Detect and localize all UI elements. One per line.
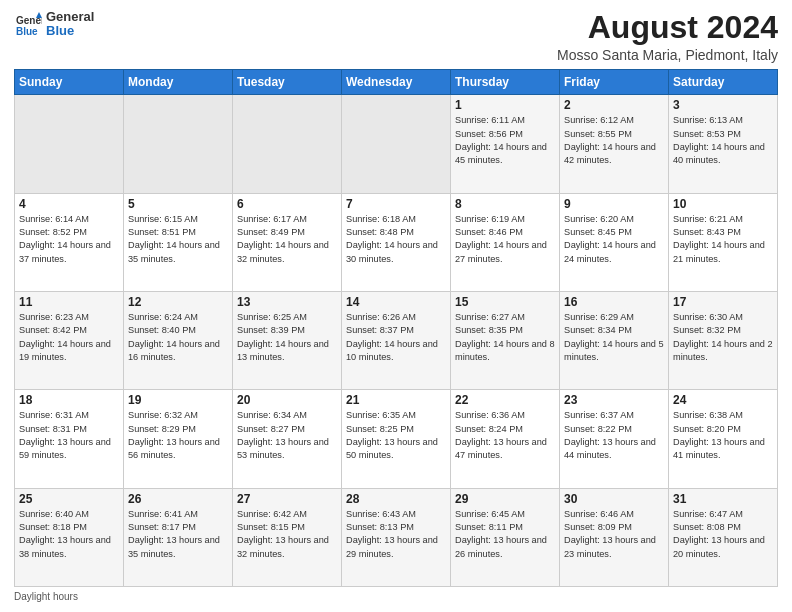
footer: Daylight hours	[14, 591, 778, 602]
day-number: 13	[237, 295, 337, 309]
weekday-header-monday: Monday	[124, 70, 233, 95]
location: Mosso Santa Maria, Piedmont, Italy	[557, 47, 778, 63]
calendar-cell: 22Sunrise: 6:36 AMSunset: 8:24 PMDayligh…	[451, 390, 560, 488]
calendar-cell: 27Sunrise: 6:42 AMSunset: 8:15 PMDayligh…	[233, 488, 342, 586]
day-info: Sunrise: 6:25 AMSunset: 8:39 PMDaylight:…	[237, 311, 337, 364]
day-info: Sunrise: 6:17 AMSunset: 8:49 PMDaylight:…	[237, 213, 337, 266]
weekday-header-tuesday: Tuesday	[233, 70, 342, 95]
day-number: 4	[19, 197, 119, 211]
day-number: 12	[128, 295, 228, 309]
day-number: 28	[346, 492, 446, 506]
calendar-table: SundayMondayTuesdayWednesdayThursdayFrid…	[14, 69, 778, 587]
month-year: August 2024	[557, 10, 778, 45]
day-number: 2	[564, 98, 664, 112]
logo-blue-text: Blue	[46, 24, 94, 38]
day-number: 30	[564, 492, 664, 506]
day-number: 19	[128, 393, 228, 407]
day-number: 27	[237, 492, 337, 506]
calendar-cell: 10Sunrise: 6:21 AMSunset: 8:43 PMDayligh…	[669, 193, 778, 291]
day-info: Sunrise: 6:11 AMSunset: 8:56 PMDaylight:…	[455, 114, 555, 167]
calendar-cell: 16Sunrise: 6:29 AMSunset: 8:34 PMDayligh…	[560, 291, 669, 389]
day-info: Sunrise: 6:27 AMSunset: 8:35 PMDaylight:…	[455, 311, 555, 364]
logo: General Blue General Blue	[14, 10, 94, 39]
calendar-cell: 19Sunrise: 6:32 AMSunset: 8:29 PMDayligh…	[124, 390, 233, 488]
calendar-cell: 14Sunrise: 6:26 AMSunset: 8:37 PMDayligh…	[342, 291, 451, 389]
calendar-cell: 23Sunrise: 6:37 AMSunset: 8:22 PMDayligh…	[560, 390, 669, 488]
week-row-3: 11Sunrise: 6:23 AMSunset: 8:42 PMDayligh…	[15, 291, 778, 389]
header: General Blue General Blue August 2024 Mo…	[14, 10, 778, 63]
calendar-cell: 8Sunrise: 6:19 AMSunset: 8:46 PMDaylight…	[451, 193, 560, 291]
calendar-cell: 21Sunrise: 6:35 AMSunset: 8:25 PMDayligh…	[342, 390, 451, 488]
calendar-cell: 4Sunrise: 6:14 AMSunset: 8:52 PMDaylight…	[15, 193, 124, 291]
calendar-cell: 17Sunrise: 6:30 AMSunset: 8:32 PMDayligh…	[669, 291, 778, 389]
week-row-5: 25Sunrise: 6:40 AMSunset: 8:18 PMDayligh…	[15, 488, 778, 586]
calendar-cell	[124, 95, 233, 193]
day-number: 29	[455, 492, 555, 506]
calendar-cell: 7Sunrise: 6:18 AMSunset: 8:48 PMDaylight…	[342, 193, 451, 291]
week-row-2: 4Sunrise: 6:14 AMSunset: 8:52 PMDaylight…	[15, 193, 778, 291]
calendar-cell: 20Sunrise: 6:34 AMSunset: 8:27 PMDayligh…	[233, 390, 342, 488]
day-info: Sunrise: 6:26 AMSunset: 8:37 PMDaylight:…	[346, 311, 446, 364]
weekday-header-thursday: Thursday	[451, 70, 560, 95]
day-number: 16	[564, 295, 664, 309]
day-info: Sunrise: 6:43 AMSunset: 8:13 PMDaylight:…	[346, 508, 446, 561]
day-number: 14	[346, 295, 446, 309]
day-info: Sunrise: 6:36 AMSunset: 8:24 PMDaylight:…	[455, 409, 555, 462]
day-info: Sunrise: 6:38 AMSunset: 8:20 PMDaylight:…	[673, 409, 773, 462]
calendar-cell: 30Sunrise: 6:46 AMSunset: 8:09 PMDayligh…	[560, 488, 669, 586]
calendar-cell: 5Sunrise: 6:15 AMSunset: 8:51 PMDaylight…	[124, 193, 233, 291]
day-info: Sunrise: 6:21 AMSunset: 8:43 PMDaylight:…	[673, 213, 773, 266]
weekday-header-wednesday: Wednesday	[342, 70, 451, 95]
day-number: 25	[19, 492, 119, 506]
weekday-header-friday: Friday	[560, 70, 669, 95]
day-number: 6	[237, 197, 337, 211]
week-row-4: 18Sunrise: 6:31 AMSunset: 8:31 PMDayligh…	[15, 390, 778, 488]
page: General Blue General Blue August 2024 Mo…	[0, 0, 792, 612]
calendar-cell: 26Sunrise: 6:41 AMSunset: 8:17 PMDayligh…	[124, 488, 233, 586]
day-info: Sunrise: 6:18 AMSunset: 8:48 PMDaylight:…	[346, 213, 446, 266]
day-info: Sunrise: 6:47 AMSunset: 8:08 PMDaylight:…	[673, 508, 773, 561]
calendar-cell: 12Sunrise: 6:24 AMSunset: 8:40 PMDayligh…	[124, 291, 233, 389]
day-info: Sunrise: 6:42 AMSunset: 8:15 PMDaylight:…	[237, 508, 337, 561]
day-info: Sunrise: 6:31 AMSunset: 8:31 PMDaylight:…	[19, 409, 119, 462]
day-info: Sunrise: 6:30 AMSunset: 8:32 PMDaylight:…	[673, 311, 773, 364]
weekday-header-saturday: Saturday	[669, 70, 778, 95]
calendar-cell: 31Sunrise: 6:47 AMSunset: 8:08 PMDayligh…	[669, 488, 778, 586]
day-number: 31	[673, 492, 773, 506]
calendar-cell	[342, 95, 451, 193]
calendar-cell: 6Sunrise: 6:17 AMSunset: 8:49 PMDaylight…	[233, 193, 342, 291]
calendar-cell	[15, 95, 124, 193]
calendar-cell: 24Sunrise: 6:38 AMSunset: 8:20 PMDayligh…	[669, 390, 778, 488]
svg-text:Blue: Blue	[16, 26, 38, 37]
logo-text: General Blue	[46, 10, 94, 39]
day-info: Sunrise: 6:32 AMSunset: 8:29 PMDaylight:…	[128, 409, 228, 462]
day-number: 5	[128, 197, 228, 211]
day-number: 26	[128, 492, 228, 506]
calendar-cell: 15Sunrise: 6:27 AMSunset: 8:35 PMDayligh…	[451, 291, 560, 389]
day-info: Sunrise: 6:19 AMSunset: 8:46 PMDaylight:…	[455, 213, 555, 266]
day-info: Sunrise: 6:15 AMSunset: 8:51 PMDaylight:…	[128, 213, 228, 266]
calendar-cell: 25Sunrise: 6:40 AMSunset: 8:18 PMDayligh…	[15, 488, 124, 586]
day-info: Sunrise: 6:12 AMSunset: 8:55 PMDaylight:…	[564, 114, 664, 167]
day-number: 24	[673, 393, 773, 407]
day-info: Sunrise: 6:24 AMSunset: 8:40 PMDaylight:…	[128, 311, 228, 364]
day-info: Sunrise: 6:45 AMSunset: 8:11 PMDaylight:…	[455, 508, 555, 561]
day-info: Sunrise: 6:40 AMSunset: 8:18 PMDaylight:…	[19, 508, 119, 561]
day-number: 11	[19, 295, 119, 309]
day-number: 9	[564, 197, 664, 211]
day-number: 3	[673, 98, 773, 112]
day-info: Sunrise: 6:23 AMSunset: 8:42 PMDaylight:…	[19, 311, 119, 364]
day-info: Sunrise: 6:46 AMSunset: 8:09 PMDaylight:…	[564, 508, 664, 561]
day-info: Sunrise: 6:37 AMSunset: 8:22 PMDaylight:…	[564, 409, 664, 462]
day-number: 10	[673, 197, 773, 211]
day-number: 15	[455, 295, 555, 309]
weekday-header-sunday: Sunday	[15, 70, 124, 95]
weekday-header-row: SundayMondayTuesdayWednesdayThursdayFrid…	[15, 70, 778, 95]
day-info: Sunrise: 6:34 AMSunset: 8:27 PMDaylight:…	[237, 409, 337, 462]
day-number: 17	[673, 295, 773, 309]
calendar-cell: 28Sunrise: 6:43 AMSunset: 8:13 PMDayligh…	[342, 488, 451, 586]
day-number: 1	[455, 98, 555, 112]
calendar-cell	[233, 95, 342, 193]
day-info: Sunrise: 6:41 AMSunset: 8:17 PMDaylight:…	[128, 508, 228, 561]
calendar-cell: 1Sunrise: 6:11 AMSunset: 8:56 PMDaylight…	[451, 95, 560, 193]
